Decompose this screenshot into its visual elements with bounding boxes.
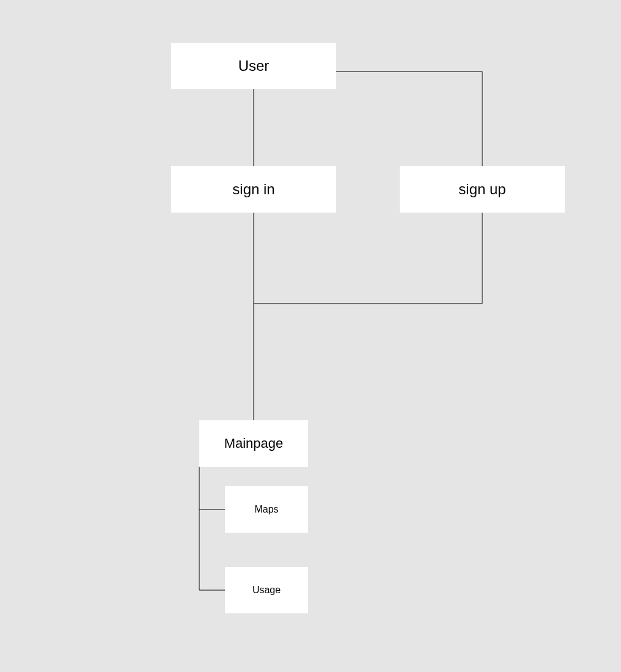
node-signup: sign up [400, 166, 565, 213]
node-signin: sign in [171, 166, 336, 213]
node-mainpage-label: Mainpage [224, 436, 284, 451]
node-user-label: User [238, 57, 270, 75]
node-signin-label: sign in [232, 181, 274, 198]
diagram-connectors [0, 0, 621, 672]
node-user: User [171, 43, 336, 89]
node-maps: Maps [225, 486, 308, 533]
node-signup-label: sign up [458, 181, 505, 198]
node-usage-label: Usage [252, 585, 281, 596]
node-mainpage: Mainpage [199, 420, 308, 467]
node-usage: Usage [225, 567, 308, 613]
node-maps-label: Maps [254, 504, 278, 515]
